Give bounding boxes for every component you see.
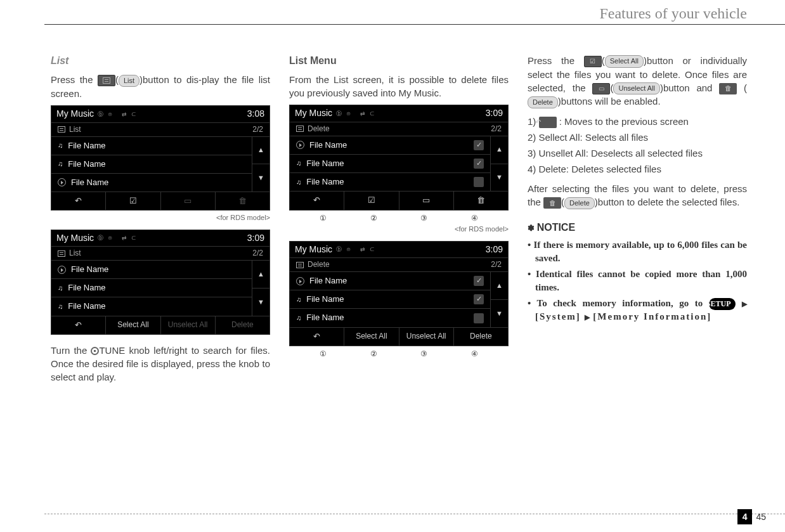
file-row[interactable]: File Name✓	[290, 272, 490, 290]
ss-subbar: Delete 2/2	[290, 257, 508, 272]
back-button[interactable]: ↶	[290, 328, 344, 346]
page-header: Features of your vehicle	[599, 0, 747, 27]
scroll-up[interactable]: ▲	[491, 272, 508, 300]
music-note-icon: ♫	[58, 141, 63, 150]
file-row[interactable]: File Name✓	[290, 136, 490, 155]
delete-label: Delete	[564, 197, 595, 209]
ss-clock: 3:09	[247, 232, 264, 245]
notice-heading: ✽ NOTICE	[528, 221, 747, 235]
file-row[interactable]: ♫File Name	[51, 297, 252, 315]
callout-4: ④	[471, 349, 478, 360]
checkbox-unchecked[interactable]	[474, 177, 484, 187]
list-button-label: List	[119, 75, 139, 87]
page-number: 4 45	[737, 509, 766, 524]
text: button and	[663, 82, 719, 93]
back-button[interactable]: ↶	[290, 191, 344, 209]
screenshot-list-1: My Music ⓑ ⊙ ⇄ ⊂ 3:08 List 2/2 ♫File Nam…	[51, 105, 270, 211]
scroll-up[interactable]: ▲	[491, 136, 508, 164]
screenshot-delete-2: My Music ⓑ ⊙ ⇄ ⊂ 3:09 Delete 2/2 File Na…	[289, 241, 509, 346]
star-icon: ✽	[528, 223, 537, 233]
play-icon	[58, 178, 66, 186]
unselect-all-button[interactable]: Unselect All	[399, 328, 454, 346]
list-item-3: 3) Unsellet All: Deselects all selected …	[528, 146, 747, 160]
checkbox-checked[interactable]: ✓	[474, 159, 484, 169]
unselect-all-button[interactable]: Unselect All	[161, 316, 216, 334]
scroll-up[interactable]: ▲	[252, 261, 269, 289]
file-row[interactable]: ♫File Name✓	[290, 155, 490, 173]
file-row[interactable]: File Name	[51, 174, 252, 191]
callout-3: ③	[420, 213, 427, 224]
delete-button[interactable]: Delete	[216, 316, 269, 334]
scroll-down[interactable]: ▼	[252, 164, 269, 191]
content-area: List Press the (List)button to dis-play …	[51, 54, 747, 387]
checkbox-unchecked[interactable]	[474, 313, 484, 323]
blank-button[interactable]: ▭	[399, 191, 454, 209]
filename: File Name	[71, 264, 108, 275]
ss-subtitle: Delete	[308, 259, 330, 270]
ss-subtitle: Delete	[308, 124, 330, 134]
callout-numbers: ① ② ③ ④	[289, 213, 509, 224]
checkbox-checked[interactable]: ✓	[474, 140, 484, 150]
filename: File Name	[306, 176, 344, 188]
filename: File Name	[68, 282, 105, 294]
caption: <for RDS model>	[289, 224, 509, 234]
ss-subbar: List 2/2	[51, 246, 269, 261]
checkbox-checked[interactable]: ✓	[474, 294, 484, 304]
file-row[interactable]: ♫File Name	[290, 309, 490, 327]
select-all-button[interactable]: Select All	[344, 328, 399, 346]
checkbox-icon: ☑	[584, 56, 602, 67]
trash-button[interactable]: 🗑	[216, 192, 269, 210]
trash-button[interactable]: 🗑	[454, 191, 508, 209]
play-icon	[296, 141, 304, 149]
filename: File Name	[68, 301, 105, 312]
back-button[interactable]: ↶	[51, 192, 106, 210]
list-icon	[58, 126, 65, 133]
select-all-label: Select All	[605, 55, 644, 67]
file-row[interactable]: ♫File Name	[51, 279, 252, 297]
file-row[interactable]: ♫File Name	[51, 155, 252, 174]
ss-counter: 2/2	[491, 124, 502, 134]
notice-title-text: NOTICE	[537, 222, 575, 233]
filename: File Name	[309, 275, 347, 287]
ss-title: My Music	[295, 243, 332, 256]
list-icon	[58, 250, 65, 257]
column-1: List Press the (List)button to dis-play …	[51, 54, 270, 387]
header-divider	[44, 24, 785, 25]
back-button[interactable]: ↶	[51, 316, 106, 334]
delete-button[interactable]: Delete	[454, 328, 508, 346]
filename: File Name	[68, 140, 105, 152]
file-row[interactable]: ♫File Name	[51, 137, 252, 155]
file-row[interactable]: ♫File Name	[290, 173, 490, 191]
ss-clock: 3:08	[247, 108, 264, 120]
ss-title: My Music	[56, 108, 94, 120]
callout-1: ①	[320, 213, 327, 224]
notice-item-3: To check memory information, go to SETUP…	[528, 297, 747, 323]
blank-icon: ▭	[592, 83, 610, 94]
text: To check memory information, go to	[537, 298, 709, 308]
checkbox-button[interactable]: ☑	[106, 192, 160, 210]
numbered-list: 1) ↶ : Moves to the previous screen 2) S…	[528, 115, 747, 176]
scroll-up[interactable]: ▲	[252, 137, 269, 165]
scroll-down[interactable]: ▼	[491, 300, 508, 327]
notice-item-2: Identical files cannot be copied more th…	[528, 268, 747, 294]
triangle-icon: ▶	[742, 300, 747, 308]
scroll-down[interactable]: ▼	[491, 164, 508, 191]
checkbox-button[interactable]: ☑	[344, 191, 399, 209]
callout-4: ④	[471, 213, 478, 224]
status-icons: ⓑ ⊙ ⇄ ⊂	[336, 245, 375, 254]
filename: File Name	[309, 139, 347, 151]
checkbox-checked[interactable]: ✓	[474, 276, 484, 286]
status-icons: ⓑ ⊙ ⇄ ⊂	[98, 234, 137, 242]
file-row[interactable]: File Name	[51, 261, 252, 279]
ss-subbar: Delete 2/2	[290, 122, 508, 136]
tune-knob-icon	[91, 347, 99, 355]
col1-para2: Turn the TUNE knob left/right to search …	[51, 344, 270, 384]
select-all-button[interactable]: Select All	[106, 316, 160, 334]
scroll-down[interactable]: ▼	[252, 289, 269, 316]
screenshot-list-2: My Music ⓑ ⊙ ⇄ ⊂ 3:09 List 2/2 File Name…	[51, 230, 270, 335]
ss-clock: 3:09	[486, 243, 503, 256]
file-row[interactable]: ♫File Name✓	[290, 290, 490, 309]
chapter-number: 4	[737, 509, 753, 524]
screenshot-delete-1: My Music ⓑ ⊙ ⇄ ⊂ 3:09 Delete 2/2 File Na…	[289, 105, 509, 210]
notice-item-1: If there is memory available, up to 6,00…	[528, 238, 747, 265]
